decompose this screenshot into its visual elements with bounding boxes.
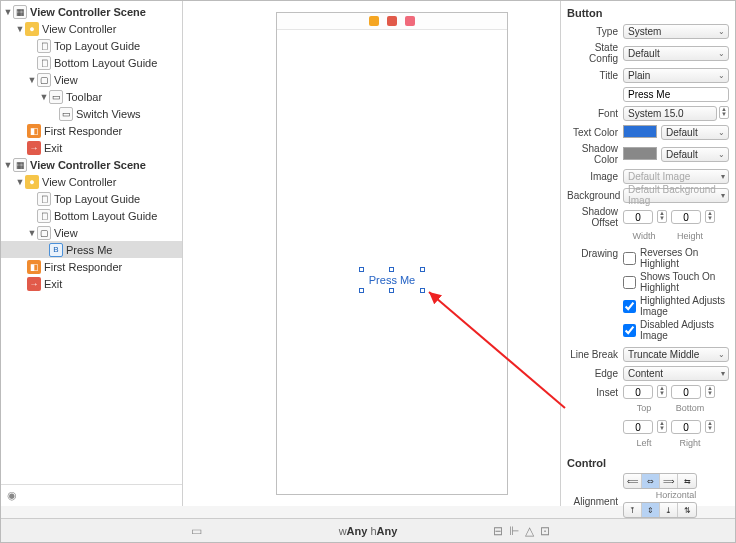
top-layout-guide-2[interactable]: ⎕ Top Layout Guide: [1, 190, 182, 207]
size-class-control[interactable]: wAny hAny: [339, 525, 398, 537]
font-stepper[interactable]: ▲▼: [719, 106, 729, 119]
text-color-well[interactable]: [623, 125, 657, 138]
edge-combo[interactable]: Content▾: [623, 366, 729, 381]
first-responder-1[interactable]: ◧ First Responder: [1, 122, 182, 139]
selection-handle[interactable]: [359, 267, 364, 272]
button-icon: B: [49, 243, 63, 257]
view-1[interactable]: ▼ ▢ View: [1, 71, 182, 88]
disclosure-triangle-icon[interactable]: ▼: [15, 24, 25, 34]
type-combo[interactable]: System⌄: [623, 24, 729, 39]
first-responder-dot-icon[interactable]: [387, 16, 397, 26]
resolve-issues-icon[interactable]: △: [525, 524, 534, 538]
selection-handle[interactable]: [389, 288, 394, 293]
item-label: Bottom Layout Guide: [54, 57, 179, 69]
state-config-combo[interactable]: Default⌄: [623, 46, 729, 61]
align-right-icon[interactable]: ⟹: [660, 474, 678, 488]
shadow-color-label: Shadow Color: [567, 143, 623, 165]
disclosure-triangle-icon[interactable]: ▼: [27, 75, 37, 85]
resizing-tool-icon[interactable]: ⊡: [540, 524, 550, 538]
selection-handle[interactable]: [420, 267, 425, 272]
vc-1[interactable]: ▼ ● View Controller: [1, 20, 182, 37]
disclosure-triangle-icon[interactable]: ▼: [27, 228, 37, 238]
shadow-offset-height-input[interactable]: [671, 210, 701, 224]
background-combo[interactable]: Default Background Imag▾: [623, 188, 729, 203]
bottom-layout-guide-1[interactable]: ⎕ Bottom Layout Guide: [1, 54, 182, 71]
chevron-down-icon: ⌄: [718, 71, 725, 80]
alignment-label: Alignment: [567, 496, 623, 507]
outline-toggle-icon[interactable]: ▭: [191, 524, 202, 538]
vc-2[interactable]: ▼ ● View Controller: [1, 173, 182, 190]
stepper[interactable]: ▲▼: [657, 210, 667, 223]
toolbar-icon: ▭: [49, 90, 63, 104]
canvas-button-press-me[interactable]: Press Me: [363, 271, 421, 289]
reverses-on-highlight-checkbox[interactable]: Reverses On Highlight: [623, 247, 729, 269]
align-middle-icon[interactable]: ⇕: [642, 503, 660, 517]
vertical-alignment-seg[interactable]: ⤒ ⇕ ⤓ ⇅: [623, 502, 697, 518]
font-combo[interactable]: System 15.0: [623, 106, 717, 121]
stepper[interactable]: ▲▼: [705, 385, 715, 398]
stepper[interactable]: ▲▼: [657, 385, 667, 398]
disabled-adjusts-image-checkbox[interactable]: Disabled Adjusts Image: [623, 319, 729, 341]
canvas-panel[interactable]: Press Me: [183, 1, 561, 506]
inset-left-input[interactable]: [623, 420, 653, 434]
pin-tool-icon[interactable]: ⊩: [509, 524, 519, 538]
disclosure-triangle-icon[interactable]: ▼: [3, 160, 13, 170]
selection-handle[interactable]: [359, 288, 364, 293]
type-label: Type: [567, 26, 623, 37]
bottom-layout-guide-2[interactable]: ⎕ Bottom Layout Guide: [1, 207, 182, 224]
filter-icon[interactable]: ◉: [1, 486, 23, 506]
press-me-item[interactable]: B Press Me: [1, 241, 182, 258]
shadow-color-well[interactable]: [623, 147, 657, 160]
view-controller-icon: ●: [25, 22, 39, 36]
first-responder-2[interactable]: ◧ First Responder: [1, 258, 182, 275]
item-label: Exit: [44, 278, 179, 290]
scene-2-header[interactable]: ▼ ▦ View Controller Scene: [1, 156, 182, 173]
align-top-icon[interactable]: ⤒: [624, 503, 642, 517]
view-controller-icon: ●: [25, 175, 39, 189]
bottom-sublabel: Bottom: [669, 403, 711, 413]
top-layout-guide-1[interactable]: ⎕ Top Layout Guide: [1, 37, 182, 54]
shows-touch-on-highlight-checkbox[interactable]: Shows Touch On Highlight: [623, 271, 729, 293]
stepper[interactable]: ▲▼: [657, 420, 667, 433]
align-bottom-icon[interactable]: ⤓: [660, 503, 678, 517]
align-fill-icon[interactable]: ⇆: [678, 474, 696, 488]
disclosure-triangle-icon[interactable]: ▼: [3, 7, 13, 17]
inset-right-input[interactable]: [671, 420, 701, 434]
exit-1[interactable]: → Exit: [1, 139, 182, 156]
horizontal-alignment-seg[interactable]: ⟸ ⇔ ⟹ ⇆: [623, 473, 697, 489]
switch-views-item[interactable]: ▭ Switch Views: [1, 105, 182, 122]
device-frame[interactable]: Press Me: [276, 12, 508, 495]
text-color-combo[interactable]: Default⌄: [661, 125, 729, 140]
inset-top-input[interactable]: [623, 385, 653, 399]
title-text-input[interactable]: [623, 87, 729, 102]
image-combo[interactable]: Default Image▾: [623, 169, 729, 184]
item-label: First Responder: [44, 261, 179, 273]
document-outline-panel: ▼ ▦ View Controller Scene ▼ ● View Contr…: [1, 1, 183, 506]
stepper[interactable]: ▲▼: [705, 210, 715, 223]
shadow-color-combo[interactable]: Default⌄: [661, 147, 729, 162]
align-tool-icon[interactable]: ⊟: [493, 524, 503, 538]
view-2[interactable]: ▼ ▢ View: [1, 224, 182, 241]
inset-bottom-input[interactable]: [671, 385, 701, 399]
disclosure-triangle-icon[interactable]: ▼: [39, 92, 49, 102]
height-sublabel: Height: [669, 231, 711, 241]
shadow-offset-width-input[interactable]: [623, 210, 653, 224]
highlighted-adjusts-image-checkbox[interactable]: Highlighted Adjusts Image: [623, 295, 729, 317]
vc-dot-icon[interactable]: [369, 16, 379, 26]
shadow-offset-label: Shadow Offset: [567, 206, 623, 228]
layout-guide-icon: ⎕: [37, 39, 51, 53]
title-type-combo[interactable]: Plain⌄: [623, 68, 729, 83]
disclosure-triangle-icon[interactable]: ▼: [15, 177, 25, 187]
align-center-icon[interactable]: ⇔: [642, 474, 660, 488]
toolbar-1[interactable]: ▼ ▭ Toolbar: [1, 88, 182, 105]
stepper[interactable]: ▲▼: [705, 420, 715, 433]
exit-2[interactable]: → Exit: [1, 275, 182, 292]
selection-handle[interactable]: [420, 288, 425, 293]
align-left-icon[interactable]: ⟸: [624, 474, 642, 488]
scene-1-header[interactable]: ▼ ▦ View Controller Scene: [1, 3, 182, 20]
selection-handle[interactable]: [389, 267, 394, 272]
align-fill-v-icon[interactable]: ⇅: [678, 503, 696, 517]
line-break-combo[interactable]: Truncate Middle⌄: [623, 347, 729, 362]
exit-icon: →: [27, 277, 41, 291]
exit-dot-icon[interactable]: [405, 16, 415, 26]
